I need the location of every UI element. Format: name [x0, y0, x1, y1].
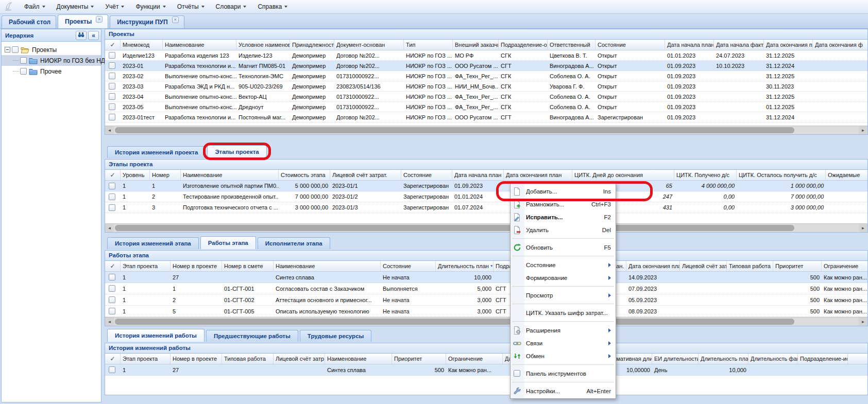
column-header[interactable]: Наименование: [181, 170, 279, 180]
table-row[interactable]: 1201-СГТ-002Аттестация основного и приме…: [105, 294, 867, 306]
menu-item-edit[interactable]: Исправить...F2: [510, 210, 616, 223]
column-header[interactable]: Длительность пла: [699, 354, 748, 364]
row-checkbox[interactable]: [109, 73, 115, 79]
row-checkbox[interactable]: [109, 194, 115, 200]
menu-item-view[interactable]: Просмотр: [510, 289, 616, 302]
column-header[interactable]: Длительность фак: [748, 354, 798, 364]
collapse-panel-button[interactable]: «: [88, 31, 99, 40]
column-header[interactable]: Длительность план ▼: [436, 261, 493, 271]
menu-item-formation[interactable]: Формирование: [510, 271, 616, 284]
row-checkbox[interactable]: [109, 274, 115, 280]
scroll-left-icon[interactable]: ◄: [105, 126, 114, 134]
column-header[interactable]: Наименование: [274, 261, 381, 271]
menu-item-duplicate[interactable]: Размножить...Ctrl+F3: [510, 198, 616, 210]
column-header[interactable]: Наименование: [325, 354, 392, 364]
tab-labor-resources[interactable]: Трудовые ресурсы: [300, 330, 372, 342]
menubar-item-functions[interactable]: Функции: [130, 1, 171, 12]
column-header[interactable]: Лицевой счёт затр: [274, 354, 325, 364]
column-header[interactable]: Дата окончания план: [626, 261, 680, 271]
column-header[interactable]: ✓: [105, 354, 121, 364]
tree-checkbox[interactable]: [20, 57, 27, 64]
column-header[interactable]: ЕИ длительности: [652, 354, 699, 364]
close-tab-icon[interactable]: ×: [96, 16, 103, 23]
column-header[interactable]: Мнемокод: [121, 40, 163, 50]
horizontal-scrollbar[interactable]: ◄►: [105, 317, 867, 326]
column-header[interactable]: Уровень: [121, 170, 150, 180]
table-row[interactable]: Изделие123Разработка изделия 123Изделие-…: [105, 50, 867, 61]
column-header[interactable]: Состояние: [401, 170, 452, 180]
window-tab-desktop[interactable]: Рабочий стол: [2, 15, 56, 28]
column-header[interactable]: Лицевой счёт затрат.: [330, 170, 401, 180]
menubar-item-file[interactable]: Файл: [19, 1, 51, 12]
scroll-right-icon[interactable]: ►: [859, 126, 867, 134]
menubar-item-reports[interactable]: Отчёты: [172, 1, 210, 12]
column-header[interactable]: Дата окончания ф: [813, 40, 867, 50]
column-header[interactable]: [848, 354, 867, 364]
column-header[interactable]: Типовая работа: [727, 261, 773, 271]
column-header[interactable]: Номер в проекте: [171, 261, 222, 271]
table-row[interactable]: 11Изготовление опытной партии ПМ0...5 00…: [105, 181, 867, 191]
menubar-item-help[interactable]: Справка: [252, 1, 293, 12]
column-header[interactable]: Лицевой счёт затр: [680, 261, 727, 271]
row-checkbox[interactable]: [109, 114, 115, 120]
tree-item-niokr[interactable]: НИОКР по ГОЗ без НДС: [2, 55, 101, 66]
tree-item-projects-root[interactable]: Проекты: [2, 44, 101, 55]
menu-item-citk-cost-code[interactable]: ЦИТК. Указать шифр затрат...: [510, 306, 616, 319]
column-header[interactable]: Принадлежность: [290, 40, 334, 50]
row-checkbox[interactable]: [109, 296, 115, 303]
table-row[interactable]: 1501-СГТ-005Описать используемую техноло…: [105, 306, 867, 317]
column-header[interactable]: Дата начала план: [452, 170, 504, 180]
table-row[interactable]: 2023-03Разработка ЭКД и РКД н...905-U020…: [105, 81, 867, 92]
column-header[interactable]: Подразделение-от: [499, 40, 548, 50]
menu-item-extensions[interactable]: Расширения: [510, 324, 616, 337]
scrollbar-thumb[interactable]: [115, 127, 794, 133]
column-header[interactable]: Дата окончания пл: [764, 40, 813, 50]
row-checkbox[interactable]: [109, 204, 115, 211]
tab-work-history[interactable]: История изменений работы: [107, 329, 205, 342]
table-row[interactable]: 2023-05Выполнение опытно-конс...Дредноут…: [105, 102, 867, 112]
column-header[interactable]: ЦИТК. Осталось получить д/с: [737, 170, 826, 180]
menu-item-state[interactable]: Состояние: [510, 258, 616, 271]
menubar-item-dictionaries[interactable]: Словари: [210, 1, 252, 12]
menu-item-delete[interactable]: УдалитьDel: [510, 223, 616, 236]
column-header[interactable]: Номер в проекте: [171, 354, 222, 364]
find-button[interactable]: [76, 31, 87, 40]
table-row[interactable]: 2023-02Выполнение опытно-конс...Технолог…: [105, 71, 867, 81]
menu-item-links[interactable]: Связи: [510, 337, 616, 349]
tab-project-history[interactable]: История изменений проекта: [107, 146, 206, 158]
menu-item-exchange[interactable]: Обмен: [510, 349, 616, 362]
column-header[interactable]: Дата окончания план: [504, 170, 572, 180]
tree-checkbox[interactable]: [20, 68, 27, 75]
column-header[interactable]: ✓: [105, 261, 121, 271]
column-header[interactable]: Дата начала план.: [665, 40, 714, 50]
horizontal-scrollbar[interactable]: ◄►: [105, 126, 867, 134]
column-header[interactable]: Состояние: [381, 261, 436, 271]
tab-project-stages[interactable]: Этапы проекта: [207, 145, 266, 158]
column-header[interactable]: Наименование: [163, 40, 236, 50]
column-header[interactable]: Подразделение-ис: [798, 354, 848, 364]
close-tab-icon[interactable]: ×: [172, 16, 179, 23]
row-checkbox[interactable]: [109, 183, 115, 189]
menubar-item-documents[interactable]: Документы: [51, 1, 100, 12]
table-row[interactable]: 13Подготовка технического отчета с ...3 …: [105, 202, 867, 213]
window-tab-projects[interactable]: Проекты×: [58, 14, 108, 28]
row-checkbox[interactable]: [109, 366, 115, 373]
table-row[interactable]: 127Синтез сплава500Как можно ран...10,00…: [105, 364, 867, 376]
row-checkbox[interactable]: [109, 83, 115, 90]
column-header[interactable]: Внешний заказчик: [453, 40, 499, 50]
scroll-right-icon[interactable]: ►: [859, 224, 867, 232]
column-header[interactable]: Условное наименова: [236, 40, 290, 50]
column-header[interactable]: ✓: [105, 40, 121, 50]
tab-stage-works[interactable]: Работы этапа: [200, 236, 256, 249]
tab-stage-history[interactable]: История изменений этапа: [107, 237, 199, 249]
row-checkbox[interactable]: [109, 308, 115, 314]
column-header[interactable]: Документ-основан: [334, 40, 404, 50]
tree-checkbox[interactable]: [12, 46, 19, 53]
row-checkbox[interactable]: [109, 285, 115, 292]
column-header[interactable]: Ограничение: [822, 261, 867, 271]
horizontal-scrollbar[interactable]: ◄►: [105, 223, 867, 232]
tab-preceding-works[interactable]: Предшествующие работы: [206, 330, 298, 342]
tab-stage-executors[interactable]: Исполнители этапа: [258, 237, 330, 249]
table-row[interactable]: 127Синтез сплаваНе начата10,00014.09.202…: [105, 272, 867, 283]
row-checkbox[interactable]: [109, 103, 115, 110]
